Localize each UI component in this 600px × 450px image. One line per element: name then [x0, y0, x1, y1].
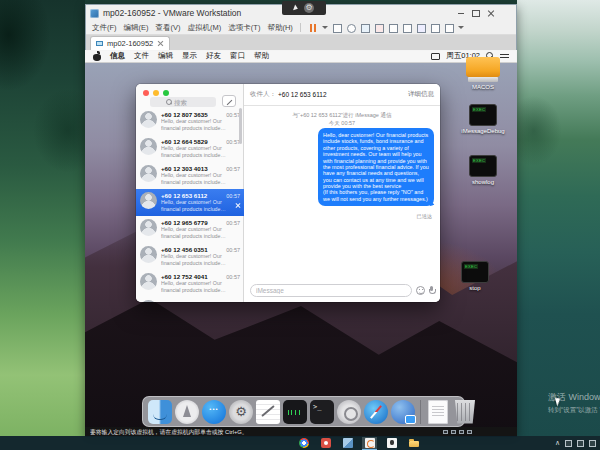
taskbar-red-app[interactable] [318, 437, 333, 450]
macos-menu-item[interactable]: 帮助 [254, 51, 269, 61]
vmware-menu-item[interactable]: 帮助(H) [267, 23, 292, 33]
list-scrollbar[interactable] [239, 108, 242, 144]
exec-badge: EXEC [472, 158, 486, 163]
zoom-window-icon[interactable] [163, 90, 169, 96]
dock-separator [420, 400, 421, 424]
desktop-icon-label: iMessageDebug [461, 128, 504, 134]
floating-capture-toolbar[interactable] [282, 1, 326, 15]
windows-wallpaper-left [0, 0, 85, 436]
stamp-dock-icon[interactable] [337, 400, 361, 424]
textedit-dock-icon[interactable] [256, 400, 280, 424]
network-dock-icon[interactable] [391, 400, 415, 424]
display-status-icon[interactable] [431, 53, 440, 60]
desktop-icon-stop[interactable]: EXECstop [453, 261, 497, 291]
vmware-menu-item[interactable]: 编辑(E) [124, 23, 149, 33]
snapshot-icon[interactable] [360, 23, 370, 33]
revert-snapshot-icon[interactable] [374, 23, 384, 33]
emoji-icon[interactable] [416, 286, 425, 295]
clock-icon[interactable] [346, 23, 356, 33]
pause-dropdown-icon[interactable] [322, 23, 328, 33]
taskbar-file-explorer[interactable] [406, 437, 421, 450]
vm-tab-label: mp02-160952 [107, 39, 153, 48]
launchpad-dock-icon[interactable] [175, 400, 199, 424]
unity-icon[interactable] [430, 23, 440, 33]
vmware-menu-item[interactable]: 文件(F) [92, 23, 117, 33]
macos-menu-item[interactable]: 窗口 [230, 51, 245, 61]
conversation-row[interactable]: +60 12 700:57Hello, dear customer! Our f… [136, 297, 244, 302]
fullscreen-icon[interactable] [416, 23, 426, 33]
macos-menu-item[interactable]: 编辑 [158, 51, 173, 61]
details-button[interactable]: 详细信息 [408, 90, 434, 99]
taskbar-blue-app[interactable] [340, 437, 355, 450]
conversation-time: 00:57 [226, 274, 240, 280]
tray-icon[interactable] [565, 440, 572, 447]
desktop-icon-label: showlog [472, 179, 494, 185]
conversation-row[interactable]: +60 12 965 677900:57Hello, dear customer… [136, 216, 244, 243]
conversation-row[interactable]: +60 12 653 611200:57Hello, dear customer… [136, 189, 244, 216]
send-ctrl-alt-del-icon[interactable] [332, 23, 342, 33]
tray-icon[interactable] [577, 440, 584, 447]
close-window-icon[interactable] [143, 90, 149, 96]
taskbar-chrome[interactable] [296, 437, 311, 450]
watermark-line2: 转到“设置”以激活 Windows。 [548, 406, 600, 415]
taskbar-white-app[interactable] [384, 437, 399, 450]
system-preferences-dock-icon[interactable] [229, 400, 253, 424]
document-dock-icon[interactable] [428, 400, 448, 424]
desktop-icon-showlog[interactable]: EXECshowlog [461, 155, 505, 185]
search-input[interactable] [174, 99, 200, 106]
red-app-icon [321, 438, 331, 448]
message-input[interactable] [250, 284, 412, 297]
device-status-icon[interactable] [459, 430, 464, 434]
conversation-preview: Hello, dear customer! Our financial prod… [161, 145, 240, 158]
maximize-button[interactable] [468, 7, 483, 19]
vmware-menu-item[interactable]: 虚拟机(M) [188, 23, 222, 33]
device-status-icon[interactable] [467, 430, 472, 434]
safari-dock-icon[interactable] [364, 400, 388, 424]
macos-menu-item[interactable]: 好友 [206, 51, 221, 61]
taskbar-c-app[interactable] [362, 437, 377, 450]
console-view-icon[interactable] [444, 23, 454, 33]
toolbar-separator [300, 23, 301, 32]
desktop-icon-label: MACOS [472, 84, 494, 90]
vmware-menu-item[interactable]: 查看(V) [156, 23, 181, 33]
minimize-button[interactable] [453, 7, 468, 19]
chevron-up-icon[interactable] [555, 439, 560, 447]
messages-dock-icon[interactable] [202, 400, 226, 424]
vm-device-icons [443, 430, 472, 434]
device-status-icon[interactable] [443, 430, 448, 434]
window-controls [453, 7, 498, 19]
macos-menu-item[interactable]: 显示 [182, 51, 197, 61]
device-status-icon[interactable] [451, 430, 456, 434]
finder-dock-icon[interactable] [148, 400, 172, 424]
minimize-window-icon[interactable] [153, 90, 159, 96]
conversation-preview: Hello, dear customer! Our financial prod… [161, 253, 240, 266]
vmware-menu-item[interactable]: 选项卡(T) [228, 23, 260, 33]
close-button[interactable] [483, 7, 498, 19]
terminal-dock-icon[interactable] [310, 400, 334, 424]
activity-monitor-dock-icon[interactable] [283, 400, 307, 424]
compose-button[interactable] [222, 95, 236, 107]
conversation-row[interactable]: +60 12 664 582900:57Hello, dear customer… [136, 135, 244, 162]
close-conversation-icon[interactable] [235, 202, 241, 208]
tray-icon[interactable] [589, 440, 596, 447]
vm-tab[interactable]: mp02-160952 [90, 36, 170, 50]
search-field[interactable] [150, 97, 216, 107]
desktop-icon-imessagedebug[interactable]: EXECiMessageDebug [455, 104, 511, 134]
macos-menu-item[interactable]: 文件 [134, 51, 149, 61]
thumbnail-bar-icon[interactable] [402, 23, 412, 33]
conversation-row[interactable]: +60 12 456 035100:57Hello, dear customer… [136, 243, 244, 270]
conversation-row[interactable]: +60 12 807 363500:57Hello, dear customer… [136, 108, 244, 135]
console-dropdown-icon[interactable] [458, 23, 464, 33]
desktop-icon-macos[interactable]: MACOS [461, 57, 505, 90]
contact-avatar [140, 273, 157, 290]
library-panel-icon[interactable] [388, 23, 398, 33]
apple-menu-icon[interactable] [93, 52, 101, 61]
pause-button-icon[interactable] [308, 23, 318, 33]
conversation-row[interactable]: +60 12 303 401300:57Hello, dear customer… [136, 162, 244, 189]
gear-icon[interactable] [304, 3, 314, 13]
contact-avatar [140, 111, 157, 128]
microphone-icon[interactable] [429, 286, 434, 295]
tab-close-icon[interactable] [157, 40, 164, 47]
macos-menu-item[interactable]: 信息 [110, 51, 125, 61]
conversation-row[interactable]: +60 12 752 404100:57Hello, dear customer… [136, 270, 244, 297]
